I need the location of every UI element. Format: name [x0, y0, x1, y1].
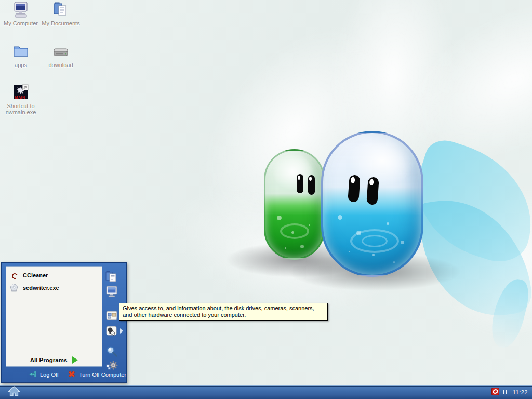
all-programs-arrow-icon	[72, 356, 78, 364]
eye	[348, 175, 361, 202]
start-button[interactable]	[4, 386, 24, 398]
tooltip: Gives access to, and information about, …	[119, 303, 328, 321]
start-menu-footer: Log Off Turn Off Computer	[2, 366, 126, 383]
ripple-ring	[280, 223, 309, 239]
start-menu: CCleaner scdwriter.exe All Programs	[1, 262, 127, 383]
my-documents-icon	[52, 1, 70, 19]
eye	[366, 177, 379, 205]
bubbles	[338, 215, 342, 220]
system-tray: 11:22	[491, 385, 528, 399]
all-programs-label: All Programs	[30, 357, 68, 363]
menu-item-label: CCleaner	[23, 272, 48, 278]
bubbles	[277, 216, 282, 220]
taskbar: 11:22	[0, 385, 532, 399]
search-button[interactable]	[105, 345, 118, 358]
folder-icon	[12, 43, 30, 60]
all-programs-button[interactable]: All Programs	[6, 353, 102, 366]
taskbar-clock[interactable]: 11:22	[511, 389, 528, 395]
cd-writer-icon	[10, 284, 18, 292]
menu-item-label: scdwriter.exe	[23, 285, 59, 291]
pause-indicator-icon[interactable]	[503, 390, 507, 394]
my-computer-button[interactable]	[105, 285, 118, 298]
eye	[308, 175, 315, 195]
home-icon	[7, 385, 21, 399]
desktop-icon-nwmain-shortcut[interactable]: MAIN Shortcut to nwmain.exe	[1, 84, 41, 115]
my-documents-button[interactable]	[105, 270, 118, 284]
ccleaner-icon	[10, 271, 18, 280]
menu-item-scdwriter[interactable]: scdwriter.exe	[6, 282, 102, 294]
start-menu-programs-panel: CCleaner scdwriter.exe All Programs	[6, 266, 102, 367]
turn-off-button[interactable]: Turn Off Computer	[68, 370, 126, 379]
desktop-icon-download[interactable]: download	[41, 43, 81, 68]
control-panel-button[interactable]	[105, 309, 118, 322]
log-off-icon	[29, 370, 37, 379]
drive-icon	[52, 43, 70, 60]
hardware-devices-button[interactable]	[105, 324, 118, 338]
desktop-icon-my-computer[interactable]: My Computer	[1, 1, 41, 26]
desktop-icon-label: apps	[15, 62, 27, 68]
desktop-icon-label: My Computer	[4, 20, 38, 26]
desktop-icon-label: download	[48, 62, 73, 68]
green-pill-character	[264, 149, 325, 260]
turn-off-icon	[68, 370, 76, 379]
desktop-icon-my-documents[interactable]: My Documents	[41, 1, 81, 26]
desktop-icon-apps[interactable]: apps	[1, 43, 41, 68]
log-off-button[interactable]: Log Off	[29, 370, 59, 379]
my-computer-icon	[12, 1, 30, 19]
desktop-icon-label: My Documents	[42, 20, 79, 26]
menu-item-ccleaner[interactable]: CCleaner	[6, 269, 102, 282]
nwmain-icon-text: MAIN	[12, 96, 28, 99]
desktop-icon-label: Shortcut to nwmain.exe	[1, 103, 41, 115]
nwmain-shortcut-icon: MAIN	[12, 84, 30, 101]
red-sync-tray-icon[interactable]	[491, 388, 499, 397]
blue-pill-character	[321, 131, 423, 277]
turn-off-label: Turn Off Computer	[79, 371, 126, 378]
log-off-label: Log Off	[40, 371, 59, 378]
submenu-arrow-icon	[120, 328, 123, 334]
ripple-ring	[362, 235, 388, 247]
eye	[297, 174, 303, 193]
